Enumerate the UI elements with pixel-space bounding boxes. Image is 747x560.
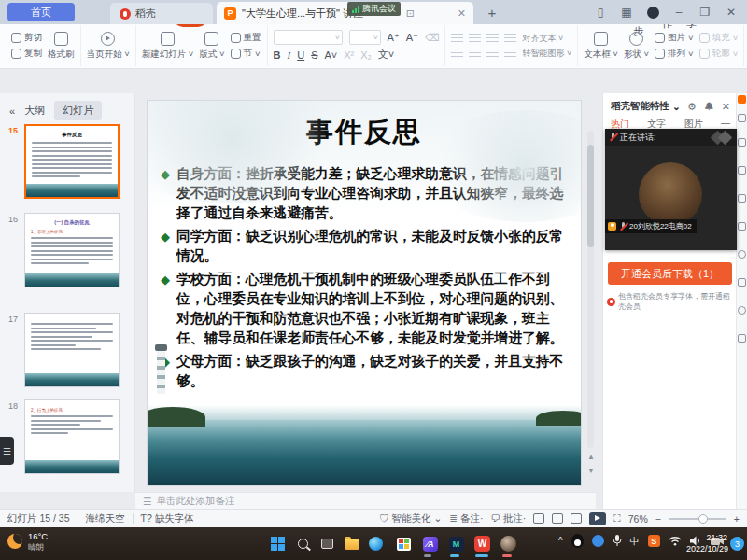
- collapse-panel-icon[interactable]: «: [9, 105, 15, 117]
- skin-icon[interactable]: [646, 6, 659, 19]
- normal-view-icon[interactable]: [533, 513, 544, 524]
- reset-button[interactable]: 重置: [231, 32, 261, 44]
- book-icon[interactable]: [738, 334, 746, 343]
- edge-button[interactable]: [366, 534, 386, 553]
- start-button[interactable]: [268, 534, 288, 553]
- meeting-window-button[interactable]: [499, 534, 518, 553]
- number-list-icon[interactable]: [469, 34, 481, 43]
- help-icon[interactable]: [738, 250, 746, 259]
- justify-icon[interactable]: [504, 49, 516, 58]
- zoom-slider-knob[interactable]: [698, 514, 708, 524]
- tray-mic-icon[interactable]: [613, 535, 622, 547]
- notes-toggle[interactable]: ≣ 备注·: [449, 512, 483, 525]
- fit-window-icon[interactable]: ⛶: [613, 512, 620, 525]
- play-from-current-button[interactable]: 当页开始 ˅: [87, 32, 130, 61]
- slide-thumb-15[interactable]: 15 事件反思: [24, 124, 120, 199]
- prev-slide-icon[interactable]: ▲: [587, 453, 595, 461]
- notification-badge[interactable]: 3: [730, 537, 744, 551]
- theme-name[interactable]: 海绵天空: [86, 512, 125, 525]
- zoom-out-icon[interactable]: −: [655, 513, 661, 525]
- align-right-icon[interactable]: [486, 49, 499, 58]
- weather-widget[interactable]: 16°C晴朗: [7, 531, 48, 553]
- clock[interactable]: 21:322022/10/29: [686, 533, 727, 554]
- wifi-icon[interactable]: [669, 536, 682, 546]
- skin-panel-icon[interactable]: [738, 278, 746, 287]
- file-explorer-button[interactable]: [342, 534, 361, 553]
- slide-thumb-16[interactable]: 16 (一) 自杀的征兆 1、言语上的征兆: [24, 213, 120, 287]
- outline-button[interactable]: 轮廓 ˅: [699, 48, 739, 60]
- purple-app-button[interactable]: ⁄A: [420, 534, 440, 553]
- menu-lines-icon[interactable]: [738, 114, 746, 122]
- gear-icon[interactable]: ⚙: [687, 101, 697, 113]
- cut-button[interactable]: 剪切: [11, 32, 42, 44]
- effects-wand-icon[interactable]: [738, 194, 746, 203]
- textbox-button[interactable]: 文本框 ˅: [584, 32, 618, 61]
- missing-font-warning[interactable]: Ƭ? 缺失字体: [141, 512, 194, 525]
- qq-icon[interactable]: [571, 534, 584, 548]
- minimize-icon[interactable]: –: [672, 6, 685, 19]
- slide-thumb-17[interactable]: 17: [24, 313, 120, 387]
- docer-tab[interactable]: 稻壳: [110, 3, 213, 24]
- shapes-button[interactable]: 形状 ˅: [624, 32, 649, 61]
- increase-font-icon[interactable]: A⁺: [388, 32, 400, 44]
- fill-button[interactable]: 填充 ˅: [699, 32, 739, 44]
- font-name-combo[interactable]: ˅: [274, 30, 343, 45]
- download-membership-button[interactable]: 开通会员后下载（1）: [608, 262, 732, 285]
- align-center-icon[interactable]: [469, 49, 481, 58]
- editor-scrollbar-thumb[interactable]: [587, 145, 594, 247]
- beautify-button[interactable]: ♡ 智能美化 ⌄: [379, 512, 442, 525]
- single-window-icon[interactable]: ▯: [594, 6, 607, 19]
- slideshow-play-button[interactable]: [589, 512, 606, 525]
- sliders-icon[interactable]: [738, 166, 746, 175]
- docer-strip-icon[interactable]: [738, 95, 746, 104]
- slides-tab[interactable]: 幻灯片: [54, 101, 102, 120]
- task-view-button[interactable]: [317, 534, 337, 553]
- new-tab-button[interactable]: +: [484, 4, 500, 21]
- align-left-icon[interactable]: [451, 49, 463, 58]
- document-tab[interactable]: P "大学生心理...与干预" 讲座 ⊡ ✕: [217, 2, 473, 24]
- tray-expand-icon[interactable]: ^: [558, 536, 563, 546]
- close-icon[interactable]: ✕: [725, 6, 738, 19]
- tab-close-icon[interactable]: ✕: [458, 7, 466, 20]
- tray-app-icon[interactable]: [592, 535, 604, 547]
- tab-monitor-icon[interactable]: ⊡: [406, 7, 415, 20]
- wps-app-button[interactable]: W: [472, 534, 492, 553]
- close-panel-icon[interactable]: ✕: [722, 101, 730, 113]
- superscript-button[interactable]: X²: [344, 49, 354, 61]
- taskbar-search-button[interactable]: [293, 534, 313, 553]
- ime-indicator[interactable]: 中: [630, 535, 640, 548]
- clear-format-icon[interactable]: ⌫: [425, 32, 440, 44]
- align-text-button[interactable]: 对齐文本 ˅: [522, 33, 563, 45]
- section-button[interactable]: 节 ˅: [231, 48, 261, 60]
- zoom-level[interactable]: 76%: [628, 513, 648, 525]
- decrease-font-icon[interactable]: A⁻: [406, 32, 418, 44]
- layout-button[interactable]: 版式 ˅: [199, 32, 224, 61]
- zoom-slider[interactable]: [669, 518, 726, 520]
- bell-icon[interactable]: 🔔︎: [704, 101, 714, 113]
- read-view-icon[interactable]: [571, 513, 582, 524]
- bullet-list-icon[interactable]: [451, 34, 463, 43]
- meeting-floating-badge[interactable]: 腾讯会议: [347, 2, 401, 16]
- rocket-icon[interactable]: [738, 138, 746, 147]
- slide-thumb-18[interactable]: 18 2、行为上的征兆: [24, 399, 120, 474]
- restore-icon[interactable]: ❐: [698, 6, 712, 19]
- arrange-button[interactable]: 排列 ˅: [655, 48, 694, 60]
- next-slide-icon[interactable]: ▼: [587, 467, 595, 475]
- slide-editor[interactable]: 事件反思 ◆自身方面：挫折承受能力差；缺乏心理求助意识，在情感问题引发不适时没意…: [135, 93, 596, 492]
- notes-bar[interactable]: ☰ 单击此处添加备注: [135, 492, 596, 509]
- font-color-button[interactable]: A˅: [324, 49, 337, 61]
- store-button[interactable]: [394, 534, 414, 553]
- meeting-video-window[interactable]: 正在讲话: 20刘欣悦22电商02: [605, 129, 737, 250]
- picture-button[interactable]: 图片 ˅: [655, 32, 694, 44]
- floating-toolbar-handle[interactable]: ☰: [0, 437, 14, 465]
- sorter-view-icon[interactable]: [552, 513, 563, 524]
- zoom-in-icon[interactable]: +: [734, 513, 740, 525]
- indent-icon[interactable]: [504, 34, 516, 43]
- bold-button[interactable]: B: [274, 49, 281, 61]
- home-tab[interactable]: 首页: [7, 3, 75, 21]
- text-effect-button[interactable]: 文˅: [378, 48, 394, 62]
- comments-toggle[interactable]: 🗩︎ 批注·: [490, 512, 526, 525]
- underline-button[interactable]: U: [297, 49, 304, 61]
- new-slide-button[interactable]: 新建幻灯片 ˅: [142, 32, 194, 61]
- font-size-combo[interactable]: ˅: [349, 30, 381, 45]
